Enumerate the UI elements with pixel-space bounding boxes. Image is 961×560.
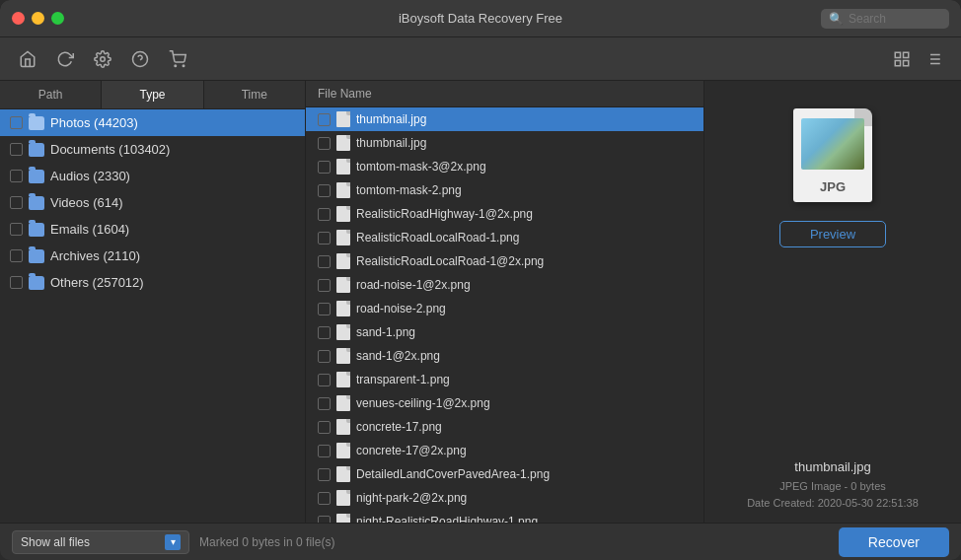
sidebar-item-photos[interactable]: Photos (44203) [0, 109, 305, 136]
list-item[interactable]: thumbnail.jpg [306, 107, 703, 131]
documents-label: Documents (103402) [50, 142, 295, 157]
file-checkbox[interactable] [318, 184, 331, 197]
audios-label: Audios (2330) [50, 169, 295, 183]
show-all-label: Show all files [21, 535, 90, 549]
file-type-icon [336, 348, 350, 364]
file-type-icon [336, 324, 350, 340]
file-type-icon [336, 182, 350, 198]
recover-button[interactable]: Recover [839, 527, 949, 557]
list-item[interactable]: night-RealisticRoadHighway-1.png [306, 510, 703, 523]
file-name: RealisticRoadHighway-1@2x.png [356, 207, 533, 221]
others-checkbox[interactable] [10, 276, 23, 289]
list-item[interactable]: tomtom-mask-3@2x.png [306, 155, 703, 178]
photos-checkbox[interactable] [10, 116, 23, 129]
search-box[interactable]: 🔍 [821, 9, 949, 29]
videos-checkbox[interactable] [10, 196, 23, 209]
svg-rect-7 [895, 60, 900, 65]
search-icon: 🔍 [829, 12, 844, 26]
documents-checkbox[interactable] [10, 143, 23, 156]
file-checkbox[interactable] [318, 350, 331, 363]
tab-path[interactable]: Path [0, 81, 102, 108]
search-input[interactable] [849, 12, 941, 26]
svg-rect-5 [895, 52, 900, 57]
minimize-button[interactable] [32, 12, 44, 25]
file-name: tomtom-mask-3@2x.png [356, 160, 486, 174]
refresh-icon[interactable] [53, 47, 77, 71]
list-item[interactable]: concrete-17.png [306, 415, 703, 439]
file-checkbox[interactable] [318, 255, 331, 268]
jpg-image-preview [801, 118, 864, 170]
file-name: transparent-1.png [356, 373, 450, 386]
file-type-icon [336, 135, 350, 151]
file-checkbox[interactable] [318, 232, 331, 245]
titlebar: iBoysoft Data Recovery Free 🔍 [0, 0, 961, 37]
sidebar-item-others[interactable]: Others (257012) [0, 269, 305, 296]
list-item[interactable]: road-noise-2.png [306, 297, 703, 320]
file-name: tomtom-mask-2.png [356, 183, 462, 197]
sidebar-item-audios[interactable]: Audios (2330) [0, 163, 305, 189]
file-checkbox[interactable] [318, 445, 331, 457]
preview-type: JPEG Image - 0 bytes [779, 478, 886, 496]
maximize-button[interactable] [51, 12, 64, 25]
list-item[interactable]: sand-1.png [306, 320, 703, 344]
preview-date: Date Created: 2020-05-30 22:51:38 [747, 495, 919, 513]
settings-icon[interactable] [91, 47, 114, 71]
list-item[interactable]: transparent-1.png [306, 368, 703, 391]
documents-folder-icon [29, 143, 44, 157]
list-item[interactable]: RealisticRoadHighway-1@2x.png [306, 202, 703, 226]
file-checkbox[interactable] [318, 516, 331, 524]
list-item[interactable]: thumbnail.jpg [306, 131, 703, 155]
file-type-icon [336, 277, 350, 293]
file-type-icon [336, 111, 350, 127]
file-checkbox[interactable] [318, 326, 331, 339]
file-checkbox[interactable] [318, 279, 331, 292]
list-item[interactable]: RealisticRoadLocalRoad-1@2x.png [306, 249, 703, 273]
list-item[interactable]: DetailedLandCoverPavedArea-1.png [306, 462, 703, 486]
file-checkbox[interactable] [318, 303, 331, 315]
svg-rect-8 [904, 60, 909, 65]
file-name: thumbnail.jpg [356, 112, 426, 126]
file-checkbox[interactable] [318, 397, 331, 410]
file-checkbox[interactable] [318, 113, 331, 126]
jpg-file-icon: JPG [793, 108, 872, 202]
audios-checkbox[interactable] [10, 170, 23, 182]
grid-view-icon[interactable] [890, 47, 914, 71]
file-checkbox[interactable] [318, 137, 331, 150]
file-checkbox[interactable] [318, 161, 331, 174]
file-checkbox[interactable] [318, 468, 331, 481]
store-icon[interactable] [166, 47, 189, 71]
home-icon[interactable] [16, 47, 39, 71]
list-item[interactable]: RealisticRoadLocalRoad-1.png [306, 226, 703, 249]
sidebar-item-documents[interactable]: Documents (103402) [0, 136, 305, 163]
list-item[interactable]: night-park-2@2x.png [306, 486, 703, 510]
archives-checkbox[interactable] [10, 249, 23, 262]
preview-button[interactable]: Preview [779, 221, 886, 247]
sidebar-item-videos[interactable]: Videos (614) [0, 189, 305, 216]
file-name: road-noise-2.png [356, 302, 446, 315]
file-checkbox[interactable] [318, 374, 331, 386]
list-item[interactable]: sand-1@2x.png [306, 344, 703, 368]
file-checkbox[interactable] [318, 421, 331, 434]
marked-text: Marked 0 bytes in 0 file(s) [199, 535, 334, 549]
file-checkbox[interactable] [318, 208, 331, 221]
close-button[interactable] [12, 12, 25, 25]
file-name: DetailedLandCoverPavedArea-1.png [356, 467, 550, 481]
toolbar-right [890, 47, 945, 71]
sidebar-item-emails[interactable]: Emails (1604) [0, 216, 305, 243]
help-icon[interactable] [128, 47, 152, 71]
emails-checkbox[interactable] [10, 223, 23, 236]
tab-type[interactable]: Type [102, 81, 203, 108]
videos-label: Videos (614) [50, 195, 295, 210]
list-item[interactable]: tomtom-mask-2.png [306, 178, 703, 202]
list-item[interactable]: concrete-17@2x.png [306, 439, 703, 462]
file-checkbox[interactable] [318, 492, 331, 505]
list-item[interactable]: venues-ceiling-1@2x.png [306, 391, 703, 415]
tab-time[interactable]: Time [204, 81, 305, 108]
list-view-icon[interactable] [922, 47, 945, 71]
show-all-dropdown[interactable]: Show all files ▾ [12, 530, 189, 554]
file-name: sand-1.png [356, 325, 415, 339]
sidebar-item-archives[interactable]: Archives (2110) [0, 243, 305, 269]
preview-filename: thumbnail.jpg [794, 459, 870, 474]
list-item[interactable]: road-noise-1@2x.png [306, 273, 703, 297]
file-type-icon [336, 490, 350, 506]
